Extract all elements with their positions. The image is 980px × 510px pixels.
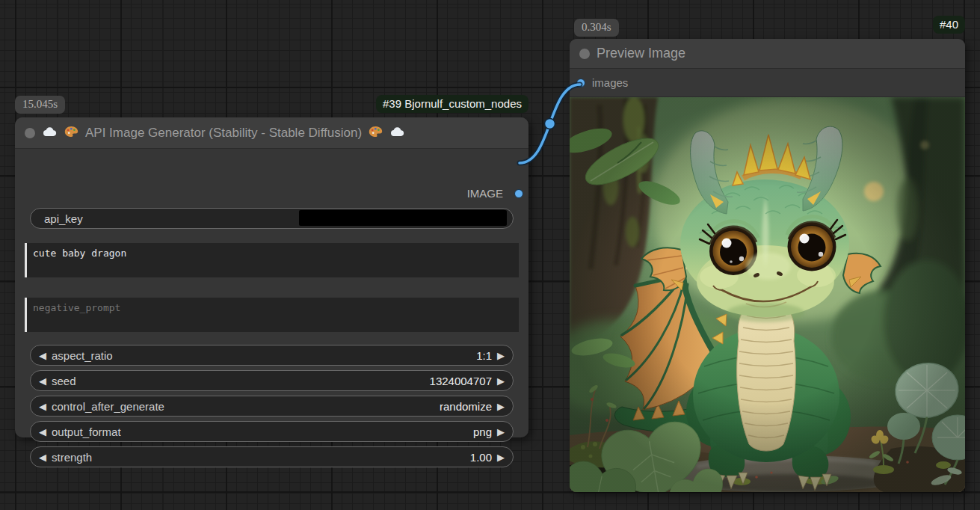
image-output-port[interactable] — [514, 189, 523, 198]
palette-icon — [369, 126, 383, 141]
node-canvas[interactable]: 15.045s #39 Bjornulf_custom_nodes 0.304s… — [0, 0, 980, 510]
output-format-widget[interactable]: ◀ output_format png ▶ — [30, 421, 514, 442]
generator-node-header[interactable]: API Image Generator (Stability - Stable … — [15, 117, 528, 149]
widget-value: 1.00 — [470, 451, 492, 464]
collapse-dot[interactable] — [25, 128, 35, 138]
decrement-arrow-icon[interactable]: ◀ — [39, 402, 46, 411]
prompt-textarea[interactable]: cute baby dragon — [25, 243, 519, 277]
strength-widget[interactable]: ◀ strength 1.00 ▶ — [30, 446, 514, 467]
increment-arrow-icon[interactable]: ▶ — [497, 427, 505, 437]
seed-widget[interactable]: ◀ seed 1324004707 ▶ — [30, 370, 514, 391]
widget-label: output_format — [52, 425, 121, 438]
decrement-arrow-icon[interactable]: ◀ — [39, 427, 46, 437]
preview-node[interactable]: Preview Image images — [570, 39, 965, 492]
decrement-arrow-icon[interactable]: ◀ — [39, 452, 46, 462]
widget-value: 1324004707 — [430, 375, 492, 387]
api-key-label: api_key — [44, 212, 83, 225]
control-after-generate-widget[interactable]: ◀ control_after_generate randomize ▶ — [30, 396, 514, 417]
preview-id-badge: #40 — [933, 16, 965, 34]
generator-time-badge: 15.045s — [15, 96, 65, 114]
api-key-masked-value — [299, 210, 507, 226]
widget-value: 1:1 — [476, 349, 492, 362]
widget-label: seed — [52, 375, 76, 387]
collapse-dot[interactable] — [579, 49, 590, 59]
preview-time-badge: 0.304s — [574, 19, 619, 37]
decrement-arrow-icon[interactable]: ◀ — [39, 376, 46, 386]
negative-prompt-textarea[interactable]: negative_prompt — [25, 298, 519, 332]
generator-id-badge: #39 Bjornulf_custom_nodes — [376, 95, 528, 113]
widget-value: randomize — [440, 400, 492, 413]
preview-node-header[interactable]: Preview Image — [570, 39, 965, 69]
images-input-port[interactable] — [576, 79, 585, 87]
increment-arrow-icon[interactable]: ▶ — [497, 452, 505, 462]
palette-icon — [64, 126, 78, 141]
api-key-widget[interactable]: api_key — [30, 208, 514, 229]
preview-node-title: Preview Image — [597, 46, 685, 61]
widget-value: png — [473, 425, 492, 438]
image-output-label: IMAGE — [467, 187, 503, 200]
increment-arrow-icon[interactable]: ▶ — [497, 351, 505, 360]
images-input-label: images — [592, 76, 628, 89]
widget-label: aspect_ratio — [52, 349, 113, 362]
preview-image-dragon — [570, 97, 965, 492]
aspect-ratio-widget[interactable]: ◀ aspect_ratio 1:1 ▶ — [30, 345, 514, 366]
cloud-icon — [42, 126, 58, 140]
decrement-arrow-icon[interactable]: ◀ — [39, 351, 46, 360]
widget-label: control_after_generate — [52, 400, 164, 413]
increment-arrow-icon[interactable]: ▶ — [497, 376, 505, 386]
generator-node-title: API Image Generator (Stability - Stable … — [85, 126, 362, 141]
images-input-row: images — [570, 69, 965, 97]
generator-node-body: IMAGE api_key cute baby dragon negative_… — [15, 149, 528, 437]
increment-arrow-icon[interactable]: ▶ — [497, 402, 505, 411]
cloud-icon — [389, 126, 405, 140]
widget-label: strength — [52, 451, 92, 464]
generator-node[interactable]: API Image Generator (Stability - Stable … — [15, 117, 528, 437]
link-midpoint-dot[interactable] — [545, 119, 555, 129]
